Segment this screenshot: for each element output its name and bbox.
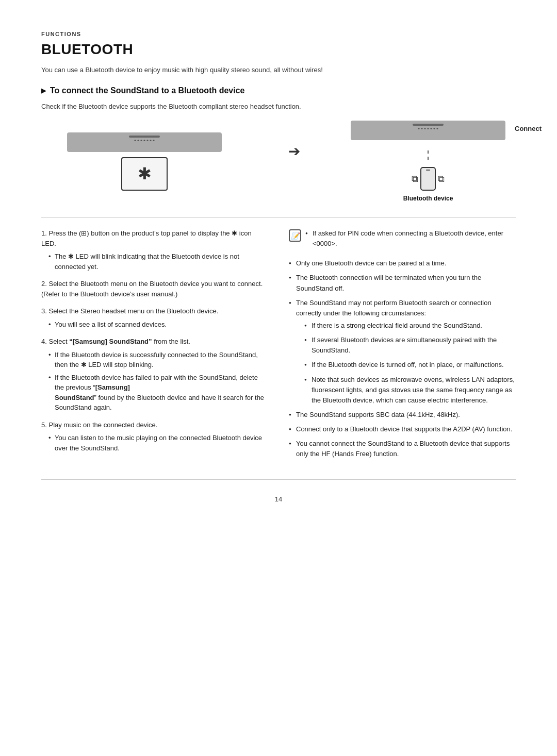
step-list: 1. Press the (⊞) button on the product’s… <box>41 228 268 453</box>
step-1: 1. Press the (⊞) button on the product’s… <box>41 228 268 272</box>
step-4-bullet-2: If the Bluetooth device has failed to pa… <box>48 373 268 413</box>
note-6: Connect only to a Bluetooth device that … <box>289 424 516 434</box>
step-3-bullet-1: You will see a list of scanned devices. <box>48 320 268 330</box>
content-columns: 1. Press the (⊞) button on the product’s… <box>41 228 516 464</box>
diagram-right: Connect ⧉ ⧉ Bluetooth device <box>351 121 505 202</box>
step-4-number: 4. <box>41 338 47 345</box>
step-4-bullet-1: If the Bluetooth device is successfully … <box>48 350 268 370</box>
sub-note-list: If there is a strong electrical field ar… <box>296 321 516 406</box>
note-3: The Bluetooth connection will be termina… <box>289 273 516 293</box>
sub-note-1: If there is a strong electrical field ar… <box>304 321 516 331</box>
section-heading: To connect the SoundStand to a Bluetooth… <box>41 86 516 95</box>
note-7: You cannot connect the SoundStand to a B… <box>289 439 516 459</box>
check-text: Check if the Bluetooth device supports t… <box>41 103 516 110</box>
note-icon: 📝 <box>289 229 301 242</box>
bt-device-label: Bluetooth device <box>403 195 453 202</box>
soundbar-device-left <box>67 132 222 152</box>
note-box: 📝 If asked for PIN code when connecting … <box>289 228 516 460</box>
note-5: The SoundStand supports SBC data (44.1kH… <box>289 410 516 420</box>
step-5-bullet-1: You can listen to the music playing on t… <box>48 433 268 453</box>
note-bullets: If asked for PIN code when connecting a … <box>305 228 516 253</box>
sub-note-2: If several Bluetooth devices are simulta… <box>304 335 516 356</box>
note-header: 📝 If asked for PIN code when connecting … <box>289 228 516 253</box>
bottom-divider <box>41 479 516 480</box>
page-title: BLUETOOTH <box>41 41 516 58</box>
intro-text: You can use a Bluetooth device to enjoy … <box>41 66 516 74</box>
connect-row: ⧉ ⧉ <box>412 167 445 191</box>
phone-icon <box>420 167 436 191</box>
step-2: 2. Select the Bluetooth menu on the Blue… <box>41 279 268 299</box>
step-3: 3. Select the Stereo headset menu on the… <box>41 306 268 329</box>
sub-note-3: If the Bluetooth device is turned off, n… <box>304 360 516 370</box>
step-5: 5. Play music on the connected device. Y… <box>41 420 268 453</box>
sub-note-4: Note that such devices as microwave oven… <box>304 375 516 406</box>
bluetooth-icon-box: ✱ <box>121 157 168 191</box>
step-1-bullet-1: The ✱ LED will blink indicating that the… <box>48 251 268 272</box>
step-5-number: 5. <box>41 421 47 429</box>
diagram-area: ✱ ➔ Connect ⧉ <box>41 121 516 202</box>
step-4: 4. Select “[Samsung] SoundStand” from th… <box>41 337 268 413</box>
wave-right-icon: ⧉ <box>438 174 445 184</box>
step-5-bullets: You can listen to the music playing on t… <box>41 433 268 453</box>
step-3-bullets: You will see a list of scanned devices. <box>41 320 268 330</box>
note-2: Only one Bluetooth device can be paired … <box>289 258 516 268</box>
connect-label: Connect <box>515 125 542 132</box>
functions-label: FUNCTIONS <box>41 31 516 37</box>
wave-left-icon: ⧉ <box>412 174 418 184</box>
note-1: If asked for PIN code when connecting a … <box>305 228 516 249</box>
right-column: 📝 If asked for PIN code when connecting … <box>289 228 516 464</box>
step-3-number: 3. <box>41 307 47 315</box>
step-1-number: 1. <box>41 229 47 237</box>
step-1-bullets: The ✱ LED will blink indicating that the… <box>41 251 268 272</box>
step-2-number: 2. <box>41 280 47 288</box>
soundbar-device-right <box>351 121 505 140</box>
diagram-left: ✱ <box>52 132 237 191</box>
arrow-right-icon: ➔ <box>288 143 300 160</box>
step-4-bold: “[Samsung] SoundStand” <box>69 338 152 345</box>
step-4-bullets: If the Bluetooth device is successfully … <box>41 350 268 413</box>
left-column: 1. Press the (⊞) button on the product’s… <box>41 228 268 464</box>
note-4: The SoundStand may not perform Bluetooth… <box>289 298 516 406</box>
note-bullets-main: Only one Bluetooth device can be paired … <box>289 258 516 459</box>
top-divider <box>41 217 516 218</box>
page-number: 14 <box>41 495 516 503</box>
